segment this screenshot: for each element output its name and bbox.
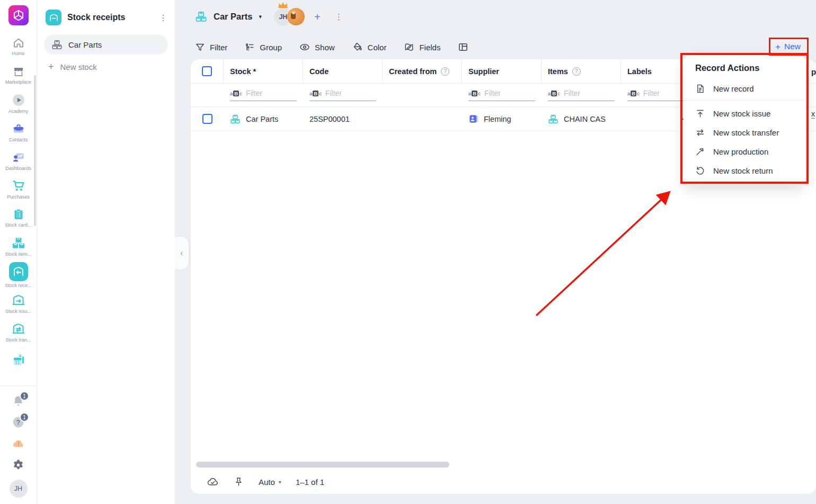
member-avatar-art — [292, 11, 295, 14]
menu-item-new-stock-issue[interactable]: New stock issue — [684, 104, 805, 123]
rail-item-purchases[interactable]: Purchases — [0, 175, 37, 203]
filter-input-labels[interactable] — [643, 89, 687, 97]
plus-icon: + — [775, 42, 780, 51]
column-header-code[interactable]: Code — [303, 59, 383, 83]
member-avatars: JH — [274, 8, 305, 25]
column-header-supplier[interactable]: Supplier — [462, 59, 542, 83]
cell-stock[interactable]: Car Parts — [224, 114, 303, 124]
menu-item-new-production[interactable]: New production — [684, 142, 805, 161]
cell-code[interactable]: 25SP00001 — [303, 115, 383, 123]
new-record-button[interactable]: + New — [775, 42, 801, 51]
filter-label: Filter — [210, 43, 227, 52]
filter-input-stock[interactable] — [246, 89, 289, 97]
view-menu-button[interactable]: ⋮ — [334, 13, 344, 21]
menu-item-label: New production — [713, 147, 768, 156]
sidebar-header: Stock receipts ⋮ — [44, 10, 168, 25]
member-avatar[interactable] — [287, 8, 305, 25]
app-logo[interactable] — [8, 5, 29, 25]
table-view-button[interactable] — [458, 42, 468, 52]
stock-receipts-app-icon — [46, 10, 61, 25]
clipboard-icon — [12, 208, 25, 221]
boxes-teal-icon — [548, 114, 558, 124]
rail-item-stock-items[interactable]: Stock item... — [0, 232, 37, 260]
horizontal-scrollbar[interactable] — [196, 462, 449, 467]
menu-item-new-stock-transfer[interactable]: New stock transfer — [684, 123, 805, 142]
boxes-icon — [12, 236, 25, 250]
filter-cell-items: aBc — [542, 89, 621, 101]
filter-input-supplier[interactable] — [484, 89, 528, 97]
cell-items[interactable]: CHAIN CAS — [542, 114, 621, 124]
storefront-icon — [12, 65, 25, 78]
rail-item-label: Academy — [8, 109, 29, 114]
column-header-stock[interactable]: Stock * — [224, 59, 303, 83]
filter-button[interactable]: Filter — [195, 42, 227, 52]
column-label: Code — [309, 67, 329, 76]
rail-item-stock-receipts[interactable]: Stock rece... — [0, 260, 37, 289]
sidebar-collapse-handle[interactable]: ‹ — [175, 236, 189, 270]
pin-icon[interactable] — [233, 476, 244, 488]
help-button[interactable]: ? 1 — [12, 416, 25, 429]
row-checkbox[interactable] — [202, 114, 212, 124]
cloud-sync-icon[interactable] — [207, 476, 219, 488]
stock-value: Car Parts — [246, 115, 278, 123]
sidebar-item-car-parts[interactable]: Car Parts — [44, 34, 168, 55]
warehouse-transfer-icon — [12, 322, 25, 336]
new-stock-link[interactable]: + New stock — [44, 62, 168, 71]
rail-item-dashboards[interactable]: Dashboards — [0, 146, 37, 175]
color-label: Color — [368, 43, 387, 52]
rail-item-marketplace[interactable]: Marketplace — [0, 60, 37, 89]
sync-status-button[interactable] — [12, 437, 25, 451]
cart-icon — [12, 179, 25, 193]
new-button-label: New — [784, 42, 801, 51]
contact-card-icon — [468, 114, 478, 124]
rail-item-stock-transfers[interactable]: Stock tran... — [0, 318, 37, 346]
cell-supplier[interactable]: Fleming — [462, 114, 542, 124]
table-footer: Auto ▾ 1–1 of 1 — [191, 470, 816, 494]
column-header-items[interactable]: Items ? — [542, 59, 621, 83]
boxes-teal-icon — [195, 11, 207, 23]
funnel-icon — [195, 42, 205, 52]
select-all-checkbox[interactable] — [202, 66, 212, 76]
rail-item-academy[interactable]: Academy — [0, 89, 37, 118]
table-toolbar: Filter Group Show Color Fields — [195, 39, 468, 55]
sidebar-item-label: Car Parts — [68, 40, 102, 49]
notifications-button[interactable]: 1 — [12, 394, 25, 408]
sidebar-menu-button[interactable]: ⋮ — [158, 14, 168, 22]
view-caret-icon[interactable]: ▾ — [259, 13, 262, 20]
color-button[interactable]: Color — [352, 42, 387, 52]
rail-item-label: Home — [12, 51, 24, 56]
fields-pen-icon — [404, 42, 414, 52]
rotate-ccw-icon — [695, 166, 705, 176]
column-label: Items — [548, 67, 568, 76]
settings-button[interactable] — [12, 458, 25, 472]
menu-title: Record Actions — [684, 63, 805, 79]
group-button[interactable]: Group — [245, 42, 282, 52]
rail-item-contacts[interactable]: Contacts — [0, 118, 37, 146]
fields-button[interactable]: Fields — [404, 42, 440, 52]
rail-item-stock-cards[interactable]: Stock card... — [0, 203, 37, 232]
column-header-created-from[interactable]: Created from ? — [383, 59, 462, 83]
supplier-value: Fleming — [484, 115, 511, 123]
filter-input-items[interactable] — [564, 89, 607, 97]
rail-item-label: Stock rece... — [5, 283, 31, 288]
table-layout-icon — [458, 42, 468, 52]
row-height-select[interactable]: Auto ▾ — [259, 478, 281, 487]
menu-item-new-stock-return[interactable]: New stock return — [684, 161, 805, 180]
add-member-button[interactable]: + — [314, 12, 321, 22]
solution-sidebar: Stock receipts ⋮ Car Parts + New stock — [37, 0, 175, 504]
filter-input-code[interactable] — [325, 89, 369, 97]
user-avatar[interactable]: JH — [10, 480, 28, 498]
app-rail: Home Marketplace Academy Contacts Dashbo… — [0, 0, 37, 504]
help-icon[interactable]: ? — [572, 67, 581, 76]
group-icon — [245, 42, 255, 52]
rail-item-pos[interactable] — [0, 346, 37, 375]
paint-bucket-icon — [352, 42, 363, 52]
rail-scrollbar[interactable] — [34, 75, 36, 226]
rail-item-label: Contacts — [9, 137, 28, 142]
rail-item-home[interactable]: Home — [0, 32, 37, 60]
help-icon[interactable]: ? — [441, 67, 449, 76]
show-button[interactable]: Show — [299, 42, 335, 52]
rail-item-stock-issues[interactable]: Stock issu... — [0, 289, 37, 318]
menu-item-new-record[interactable]: New record — [684, 79, 805, 98]
code-value: 25SP00001 — [309, 115, 350, 123]
